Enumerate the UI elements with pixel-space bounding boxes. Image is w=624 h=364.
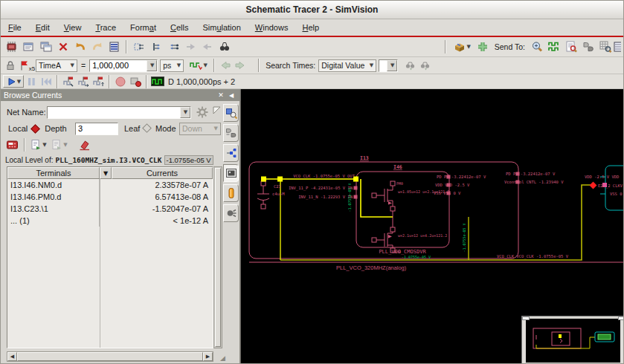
columns-view-button[interactable]	[106, 39, 123, 55]
send-to-list-button[interactable]	[614, 39, 621, 55]
send-to-grid-button[interactable]	[596, 39, 614, 55]
lock-icon[interactable]	[3, 59, 18, 72]
step-over-button[interactable]	[76, 75, 91, 88]
new-schematic-button[interactable]	[20, 39, 37, 55]
send-to-waveform-button[interactable]	[545, 39, 562, 55]
new-window-button[interactable]	[37, 39, 54, 55]
menu-view[interactable]: View	[64, 23, 82, 32]
pane-undock-button[interactable]: ◀	[226, 91, 237, 100]
search-forward-button[interactable]	[417, 59, 432, 72]
depth-field[interactable]	[75, 123, 118, 135]
leaf-radio[interactable]	[142, 123, 152, 133]
stop-button[interactable]	[113, 75, 128, 88]
tab-marker[interactable]	[223, 184, 239, 202]
send-terminal-button[interactable]: ▼	[28, 137, 49, 153]
time-value-combo[interactable]: ▼	[89, 59, 158, 72]
menu-edit[interactable]: Edit	[36, 23, 50, 32]
send-to-schematic-button[interactable]	[528, 39, 545, 55]
overview-handle-left[interactable]	[522, 316, 530, 320]
tab-probe[interactable]	[223, 204, 239, 222]
terminal-cell[interactable]: I13.C23.\1	[7, 203, 100, 215]
currents-browser-icon[interactable]	[4, 137, 21, 153]
search-value-input[interactable]	[382, 61, 385, 70]
trace-fanin-button[interactable]	[130, 39, 147, 55]
scroll-right-arrow[interactable]: ▶	[203, 352, 213, 361]
menu-format[interactable]: Format	[130, 23, 156, 32]
delete-button[interactable]	[54, 39, 71, 55]
depth-input[interactable]	[78, 124, 115, 133]
menu-cells[interactable]: Cells	[170, 23, 188, 32]
waveform-marker-button[interactable]: ▼	[187, 59, 210, 72]
pause-button[interactable]	[24, 75, 39, 88]
run-dropdown-caret[interactable]: ▼	[17, 79, 21, 85]
column-header-currents[interactable]: Currents	[112, 167, 213, 179]
sort-indicator[interactable]: ▼	[100, 167, 112, 179]
menu-file[interactable]: File	[8, 23, 22, 32]
net-filter-gear-icon[interactable]	[196, 105, 209, 119]
terminal-cell[interactable]: I13.I46.PM0.d	[7, 191, 100, 203]
redo-button[interactable]	[89, 39, 106, 55]
trace-driver-button[interactable]	[181, 39, 199, 55]
waveform-marker-caret[interactable]: ▼	[203, 62, 207, 68]
search-button[interactable]	[216, 39, 233, 55]
send-current-button[interactable]: ▼	[49, 137, 70, 153]
stop-at-breakpoint-button[interactable]	[128, 75, 143, 88]
menu-windows[interactable]: Windows	[255, 23, 289, 32]
scrollbar-thumb[interactable]	[17, 352, 203, 361]
capacitor-c23[interactable]	[257, 181, 269, 209]
schematic-canvas[interactable]: I13 I46 PLL_VCO_CMOSDVR PLL_VCO_320MHZ(a…	[240, 89, 623, 363]
send-terminal-caret[interactable]: ▼	[42, 142, 46, 148]
scroll-left-arrow[interactable]: ◀	[7, 352, 17, 361]
time-value-input[interactable]	[92, 61, 145, 70]
net-name-input[interactable]	[50, 108, 178, 117]
net-name-combo[interactable]: ▼	[47, 106, 191, 119]
next-time-button[interactable]	[233, 59, 248, 72]
menu-trace[interactable]: Trace	[95, 23, 116, 32]
overview-handle-right[interactable]	[618, 316, 623, 320]
workspace-dropdown-caret[interactable]: ▼	[467, 44, 471, 50]
table-row[interactable]: I13.C23.\1-1.52047e-07 A	[7, 203, 213, 215]
instance-box-e2l[interactable]	[600, 166, 623, 210]
reset-button[interactable]	[39, 75, 54, 88]
mode-select[interactable]: Down▼	[179, 123, 221, 135]
pane-corner-button[interactable]	[212, 105, 222, 115]
trace-load-button[interactable]	[199, 39, 216, 55]
search-value-combo[interactable]: ▼	[379, 59, 398, 72]
transistor-pm0[interactable]	[372, 181, 395, 211]
pin-in-n[interactable]	[354, 195, 357, 198]
previous-time-button[interactable]	[218, 59, 233, 72]
send-to-gates-button[interactable]	[579, 39, 596, 55]
schematic-overview-window[interactable]	[522, 316, 623, 363]
tab-schematic-view[interactable]	[223, 164, 239, 182]
trace-connectivity-button[interactable]	[164, 39, 181, 55]
run-button[interactable]: ▼	[3, 75, 24, 88]
menu-simulation[interactable]: Simulation	[202, 23, 240, 32]
search-backward-button[interactable]	[402, 59, 417, 72]
trace-fanout-button[interactable]	[147, 39, 164, 55]
search-mode-select[interactable]: Digital Value▼	[318, 59, 376, 72]
table-vertical-scrollbar[interactable]	[213, 166, 222, 348]
time-unit-select[interactable]: ps▼	[160, 59, 184, 72]
workspace-button[interactable]: ▼	[449, 39, 475, 55]
design-browser-button[interactable]	[3, 39, 20, 55]
tab-trace-signal[interactable]	[223, 104, 239, 122]
pane-close-button[interactable]: ✕	[216, 91, 226, 100]
title-bar[interactable]: Schematic Tracer 2 - SimVision	[1, 1, 623, 19]
pin-in-p[interactable]	[354, 186, 357, 189]
send-current-caret[interactable]: ▼	[63, 142, 67, 148]
time-marker-select[interactable]: TimeA▼	[36, 59, 77, 72]
undo-button[interactable]	[71, 39, 89, 55]
send-to-source-button[interactable]	[562, 39, 579, 55]
clear-highlight-button[interactable]	[76, 137, 93, 153]
add-button[interactable]	[475, 39, 492, 55]
tab-gates[interactable]	[223, 124, 239, 142]
table-row[interactable]: ... (1)< 1e-12 A	[7, 215, 213, 227]
table-horizontal-scrollbar[interactable]: ◀ ▶	[7, 351, 213, 362]
step-out-button[interactable]	[91, 75, 106, 88]
terminal-cell[interactable]: I13.I46.NM0.d	[7, 179, 100, 191]
local-radio[interactable]	[30, 124, 40, 134]
step-in-button[interactable]	[61, 75, 76, 88]
menu-help[interactable]: Help	[302, 23, 319, 32]
column-header-terminals[interactable]: Terminals	[7, 167, 100, 179]
terminal-cell[interactable]: ... (1)	[7, 215, 100, 227]
